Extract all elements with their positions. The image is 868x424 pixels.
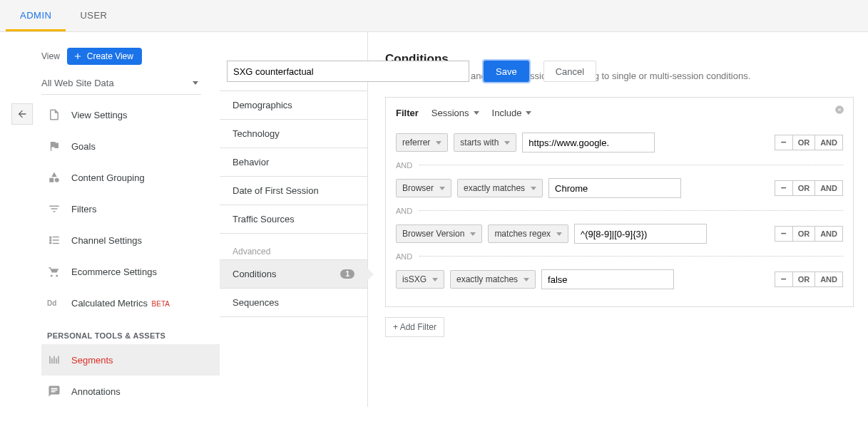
- and-separator: AND: [396, 252, 843, 261]
- or-button[interactable]: OR: [793, 180, 816, 196]
- svg-text:Dd: Dd: [47, 299, 56, 307]
- caret-down-icon: [526, 111, 531, 115]
- sidebar-item-label: Ecommerce Settings: [71, 267, 157, 277]
- include-dropdown[interactable]: Include: [492, 108, 532, 118]
- back-button[interactable]: [11, 103, 33, 125]
- sidebar-item-label: View Settings: [71, 110, 128, 120]
- mid-item-demographics[interactable]: Demographics: [220, 91, 367, 119]
- dimension-dropdown[interactable]: Browser Version: [396, 224, 482, 243]
- segment-name-input[interactable]: [227, 61, 469, 82]
- sidebar-item-label: Goals: [71, 141, 96, 152]
- mid-item-label: Conditions: [233, 269, 276, 279]
- rule-row: referrer starts with – OR AND: [396, 128, 843, 157]
- view-select-value: All Web Site Data: [41, 78, 114, 88]
- or-button[interactable]: OR: [793, 272, 816, 287]
- mid-item-technology[interactable]: Technology: [220, 119, 367, 148]
- sidebar-item-annotations[interactable]: Annotations: [41, 376, 220, 407]
- mid-item-conditions[interactable]: Conditions 1: [220, 259, 367, 288]
- tab-user[interactable]: USER: [66, 0, 121, 31]
- sidebar-item-content-grouping[interactable]: Content Grouping: [41, 162, 220, 193]
- segments-icon: [47, 353, 61, 367]
- metrics-icon: Dd: [47, 296, 61, 310]
- cancel-button[interactable]: Cancel: [543, 61, 596, 82]
- caret-down-icon: [193, 81, 198, 85]
- conditions-count-badge: 1: [340, 269, 354, 279]
- sidebar-item-filters[interactable]: Filters: [41, 193, 220, 224]
- arrow-left-icon: [16, 108, 28, 120]
- remove-rule-button[interactable]: –: [775, 180, 793, 196]
- grouping-icon: [47, 170, 61, 185]
- annotation-icon: [47, 384, 61, 398]
- scope-dropdown[interactable]: Sessions: [432, 108, 479, 118]
- document-icon: [47, 108, 61, 122]
- plus-icon: [73, 51, 83, 61]
- sidebar-item-label: Calculated Metrics BETA: [71, 298, 170, 309]
- sidebar-item-goals[interactable]: Goals: [41, 130, 220, 162]
- sidebar-item-label: Annotations: [71, 386, 121, 397]
- match-dropdown[interactable]: exactly matches: [457, 179, 543, 197]
- value-input[interactable]: [541, 269, 674, 289]
- sidebar-item-ecommerce-settings[interactable]: Ecommerce Settings: [41, 256, 220, 287]
- remove-rule-button[interactable]: –: [775, 226, 793, 242]
- create-view-button[interactable]: Create View: [67, 48, 142, 65]
- mid-section-advanced: Advanced: [220, 234, 367, 259]
- and-button[interactable]: AND: [815, 180, 843, 196]
- or-button[interactable]: OR: [793, 226, 816, 242]
- rule-row: Browser exactly matches – OR AND: [396, 174, 843, 202]
- close-filter-button[interactable]: [834, 105, 846, 116]
- rule-row: Browser Version matches regex – OR AND: [396, 219, 843, 248]
- flag-icon: [47, 139, 61, 153]
- filter-box: Filter Sessions Include referrer starts …: [385, 97, 854, 307]
- match-dropdown[interactable]: starts with: [454, 133, 516, 152]
- mid-item-traffic-sources[interactable]: Traffic Sources: [220, 205, 367, 234]
- and-button[interactable]: AND: [815, 272, 843, 287]
- remove-rule-button[interactable]: –: [775, 135, 793, 150]
- and-separator: AND: [396, 161, 843, 170]
- add-filter-button[interactable]: + Add Filter: [385, 317, 444, 337]
- filter-label: Filter: [396, 108, 419, 118]
- match-dropdown[interactable]: exactly matches: [450, 270, 536, 289]
- rule-row: isSXG exactly matches – OR AND: [396, 265, 843, 294]
- sidebar-item-label: Filters: [71, 204, 96, 214]
- funnel-icon: [47, 202, 61, 216]
- dimension-dropdown[interactable]: isSXG: [396, 270, 444, 289]
- or-button[interactable]: OR: [793, 135, 816, 150]
- sidebar-item-view-settings[interactable]: View Settings: [41, 99, 220, 130]
- caret-down-icon: [474, 111, 479, 115]
- value-input[interactable]: [574, 224, 707, 244]
- sidebar-item-segments[interactable]: Segments: [41, 344, 220, 376]
- sidebar-item-label: Channel Settings: [71, 235, 142, 246]
- tab-admin[interactable]: ADMIN: [6, 0, 66, 31]
- sidebar-item-label: Content Grouping: [71, 172, 145, 183]
- dimension-dropdown[interactable]: referrer: [396, 133, 448, 152]
- value-input[interactable]: [548, 178, 681, 198]
- and-button[interactable]: AND: [815, 226, 843, 242]
- create-view-label: Create View: [87, 51, 133, 61]
- cart-icon: [47, 264, 61, 279]
- view-select[interactable]: All Web Site Data: [41, 72, 201, 95]
- and-button[interactable]: AND: [815, 135, 843, 150]
- save-button[interactable]: Save: [484, 61, 529, 82]
- close-icon: [834, 105, 844, 115]
- and-separator: AND: [396, 207, 843, 215]
- sidebar-item-label: Segments: [71, 355, 113, 366]
- mid-item-behavior[interactable]: Behavior: [220, 148, 367, 176]
- dimension-dropdown[interactable]: Browser: [396, 179, 451, 197]
- mid-item-first-session[interactable]: Date of First Session: [220, 176, 367, 205]
- sidebar-item-channel-settings[interactable]: Channel Settings: [41, 224, 220, 256]
- value-input[interactable]: [522, 133, 655, 152]
- sidebar-section-title: PERSONAL TOOLS & ASSETS: [41, 319, 220, 344]
- match-dropdown[interactable]: matches regex: [488, 224, 568, 243]
- mid-item-sequences[interactable]: Sequences: [220, 288, 367, 317]
- view-label: View: [41, 51, 60, 61]
- sidebar-item-calculated-metrics[interactable]: Dd Calculated Metrics BETA: [41, 287, 220, 319]
- remove-rule-button[interactable]: –: [775, 272, 793, 287]
- channel-icon: [47, 233, 61, 247]
